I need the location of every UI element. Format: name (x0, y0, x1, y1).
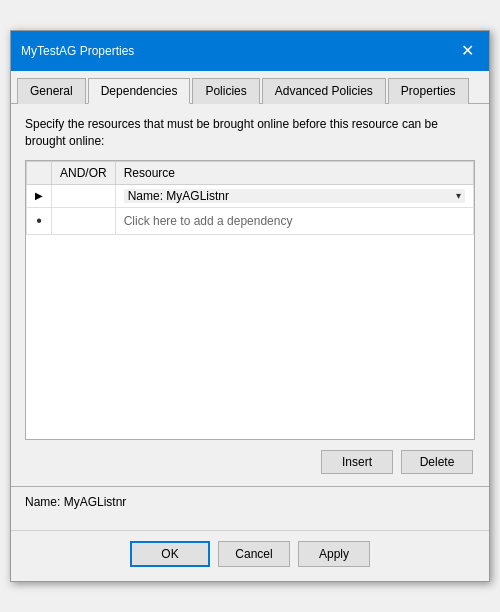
resource-value: Name: MyAGListnr (128, 189, 229, 203)
close-button[interactable]: ✕ (455, 39, 479, 63)
row-andor (52, 184, 116, 207)
dependencies-table-container: AND/OR Resource ▶ Name: MyAGListnr ▾ (25, 160, 475, 440)
insert-button[interactable]: Insert (321, 450, 393, 474)
add-dependency-row[interactable]: • Click here to add a dependency (27, 207, 474, 234)
row-resource[interactable]: Name: MyAGListnr ▾ (115, 184, 473, 207)
resource-dropdown[interactable]: Name: MyAGListnr ▾ (124, 189, 465, 203)
info-text: Name: MyAGListnr (25, 495, 126, 509)
tab-properties[interactable]: Properties (388, 78, 469, 104)
col-resource-header: Resource (115, 161, 473, 184)
apply-button[interactable]: Apply (298, 541, 370, 567)
dropdown-arrow-icon: ▾ (456, 190, 461, 201)
row-indicator: ▶ (27, 184, 52, 207)
description-text: Specify the resources that must be broug… (25, 116, 475, 150)
info-area: Name: MyAGListnr (11, 486, 489, 530)
delete-button[interactable]: Delete (401, 450, 473, 474)
cancel-button[interactable]: Cancel (218, 541, 290, 567)
dependencies-table: AND/OR Resource ▶ Name: MyAGListnr ▾ (26, 161, 474, 235)
tab-dependencies[interactable]: Dependencies (88, 78, 191, 104)
col-indicator (27, 161, 52, 184)
tab-general[interactable]: General (17, 78, 86, 104)
tab-content: Specify the resources that must be broug… (11, 104, 489, 486)
tab-advanced-policies[interactable]: Advanced Policies (262, 78, 386, 104)
table-row[interactable]: ▶ Name: MyAGListnr ▾ (27, 184, 474, 207)
col-andor-header: AND/OR (52, 161, 116, 184)
dialog-window: MyTestAG Properties ✕ General Dependenci… (10, 30, 490, 582)
table-button-row: Insert Delete (25, 450, 475, 474)
footer-buttons: OK Cancel Apply (11, 530, 489, 581)
tab-bar: General Dependencies Policies Advanced P… (11, 71, 489, 104)
title-bar: MyTestAG Properties ✕ (11, 31, 489, 71)
add-andor (52, 207, 116, 234)
dialog-title: MyTestAG Properties (21, 44, 134, 58)
ok-button[interactable]: OK (130, 541, 210, 567)
add-dependency-label[interactable]: Click here to add a dependency (115, 207, 473, 234)
add-bullet: • (27, 207, 52, 234)
tab-policies[interactable]: Policies (192, 78, 259, 104)
